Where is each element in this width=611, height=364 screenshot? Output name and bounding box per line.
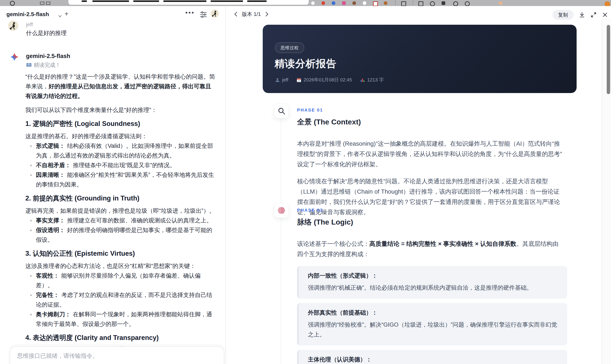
wordcount-meta: 1213 字 bbox=[360, 77, 384, 83]
version-navigator: 版本 1/1 bbox=[233, 11, 269, 18]
list-item: 形式逻辑：结构必须有效（Valid）。比如演绎推理中，如果前提全部为真，那么通过… bbox=[36, 141, 217, 160]
svg-text:17: 17 bbox=[298, 80, 300, 82]
phase-label: PHASE 01 bbox=[297, 105, 572, 115]
app-window: gemini-2.5-flash + ••• bbox=[0, 6, 611, 364]
report-hero-card: 思维过程 精读分析报告 jeff 17 2026年01月08日 02:45 12… bbox=[263, 25, 577, 93]
chevron-down-icon[interactable] bbox=[57, 13, 63, 19]
thinking-process-badge: 思维过程 bbox=[275, 42, 304, 53]
card-title: 主体伦理（认识美德）： bbox=[308, 356, 557, 363]
card-body: 强调推理的“机械正确”。结论必须在给定的规则系统内逻辑自洽，这是推理的硬件基础。 bbox=[308, 283, 557, 293]
date-meta: 17 2026年01月08日 02:45 bbox=[296, 77, 352, 83]
tool-icon[interactable] bbox=[430, 1, 435, 6]
artifact-panel: 版本 1/1 复制 思维过程 精 bbox=[226, 6, 611, 364]
screen: gemini-2.5-flash + ••• bbox=[0, 0, 611, 364]
paragraph: “什么是好的推理？”这是一个涉及逻辑学、认知科学和哲学核心的问题。简单来说，好的… bbox=[25, 72, 217, 101]
card-title: 内部一致性（形式逻辑）： bbox=[308, 272, 557, 279]
scrollbar-track[interactable] bbox=[601, 19, 611, 364]
chat-header: gemini-2.5-flash + ••• bbox=[0, 9, 226, 20]
model-selector[interactable]: gemini-2.5-flash bbox=[6, 11, 49, 18]
section-lead: 这是推理的基石。好的推理必须遵循逻辑法则： bbox=[25, 131, 217, 141]
bullet-list: 形式逻辑：结构必须有效（Valid）。比如演绎推理中，如果前提全部为真，那么通过… bbox=[25, 141, 217, 190]
more-options-icon[interactable]: ••• bbox=[185, 9, 195, 16]
list-item: 因果清晰：能准确区分“相关性”和“因果关系”，不会轻率地将先后发生的事情归为因果… bbox=[36, 170, 217, 190]
extension-icon[interactable] bbox=[321, 1, 325, 5]
author-meta: jeff bbox=[275, 77, 288, 83]
new-chat-button[interactable]: + bbox=[65, 10, 68, 18]
tab-groups-icon[interactable] bbox=[40, 2, 44, 5]
assistant-message-body: “什么是好的推理？”这是一个涉及逻辑学、认知科学和哲学核心的问题。简单来说，好的… bbox=[25, 72, 217, 364]
extension-icon[interactable] bbox=[605, 1, 610, 6]
report-title: 精读分析报告 bbox=[275, 57, 336, 70]
artifact-toolbar: 版本 1/1 复制 bbox=[226, 9, 611, 21]
section-lead: 这涉及推理者的心态和方法论，也是区分“杠精”和“思想家”的关键： bbox=[25, 261, 217, 271]
url-fragment bbox=[163, 0, 206, 2]
book-icon bbox=[26, 63, 32, 68]
next-version-icon[interactable] bbox=[264, 11, 269, 17]
profile-avatar[interactable] bbox=[499, 1, 503, 5]
reload-icon[interactable] bbox=[10, 1, 15, 6]
tool-icon[interactable] bbox=[442, 1, 445, 5]
chat-input[interactable] bbox=[16, 351, 211, 363]
logic-card: 内部一致性（形式逻辑）： 强调推理的“机械正确”。结论必须在给定的规则系统内逻辑… bbox=[297, 266, 567, 299]
gemini-star-icon bbox=[10, 52, 19, 62]
card-title: 外部真实性（前提基础）： bbox=[308, 309, 557, 316]
tab-groups-icon[interactable] bbox=[46, 2, 50, 5]
logic-card: 主体伦理（认识美德）： 转向推理者的心理特征。引入奥卡姆剃刀和反向论证，旨在克服… bbox=[297, 350, 567, 364]
bullet-list: 事实支撑：推理建立在可靠的数据、准确的观测或公认的真理之上。 假设透明：好的推理… bbox=[25, 216, 217, 245]
tool-icon[interactable] bbox=[453, 1, 458, 6]
scrollbar-thumb[interactable] bbox=[607, 25, 610, 94]
tune-settings-icon[interactable] bbox=[199, 11, 207, 18]
phase-title: 脉络 (The Logic) bbox=[297, 217, 572, 227]
assistant-name: gemini-2.5-flash bbox=[26, 53, 70, 60]
url-fragment bbox=[133, 0, 159, 2]
user-name: jeff bbox=[26, 22, 33, 27]
url-fragment bbox=[247, 0, 266, 2]
list-item: 事实支撑：推理建立在可靠的数据、准确的观测或公认的真理之上。 bbox=[36, 216, 217, 225]
version-label: 版本 1/1 bbox=[242, 11, 261, 18]
extension-icon[interactable] bbox=[363, 1, 366, 5]
section-heading: 4. 表达的透明度 (Clarity and Transparency) bbox=[25, 334, 217, 342]
browser-toolbar bbox=[0, 0, 611, 6]
bar-chart-icon bbox=[360, 78, 365, 82]
url-fragment bbox=[82, 0, 87, 2]
extension-icon[interactable] bbox=[384, 1, 387, 5]
chat-panel: gemini-2.5-flash + ••• bbox=[0, 6, 226, 364]
tool-icon[interactable] bbox=[465, 1, 470, 6]
toolbar-separator bbox=[395, 0, 396, 5]
extension-icon[interactable] bbox=[373, 1, 378, 6]
close-icon[interactable] bbox=[602, 12, 608, 18]
list-item: 奥卡姆剃刀：在解释同一个现象时，如果两种推理都能站得住脚，通常倾向于最简单、假设… bbox=[36, 310, 217, 329]
copy-button[interactable]: 复制 bbox=[553, 10, 574, 20]
phase-paragraph: 该论述基于一个核心公式：高质量结论 = 结构完整性 × 事实准确性 × 认知自律… bbox=[297, 239, 564, 259]
url-fragment bbox=[93, 0, 129, 2]
phase-timeline bbox=[281, 118, 281, 364]
composer: + bbox=[10, 346, 224, 364]
phase-paragraph: 本内容是对“推理 (Reasoning)”这一抽象概念的高层建模。在知识爆炸与人… bbox=[297, 139, 564, 169]
phase-label: PHASE 02 bbox=[297, 205, 572, 215]
section-lead: 逻辑再完美，如果前提是错误的，推理也是垃圾（即“垃圾进，垃圾出”）。 bbox=[25, 206, 217, 216]
user-avatar[interactable] bbox=[211, 10, 219, 18]
toolbar-separator bbox=[413, 0, 413, 5]
person-icon bbox=[275, 78, 280, 82]
tool-icon[interactable] bbox=[418, 1, 423, 6]
tool-icon[interactable] bbox=[401, 1, 406, 6]
magnifier-icon bbox=[274, 104, 289, 118]
phase-2-section: PHASE 02 脉络 (The Logic) 该论述基于一个核心公式：高质量结… bbox=[297, 205, 572, 364]
bullet-list: 客观性：能够识别并尽量排除个人偏见（如幸存者偏差、确认偏差）。 完备性：考虑了对… bbox=[25, 271, 217, 329]
list-item: 完备性：考虑了对立的观点和潜在的反证，而不是只选择支持自己结论的证据。 bbox=[36, 290, 217, 310]
extension-icon[interactable] bbox=[332, 1, 335, 5]
list-item: 客观性：能够识别并尽量排除个人偏见（如幸存者偏差、确认偏差）。 bbox=[36, 271, 217, 290]
download-icon[interactable] bbox=[579, 12, 585, 18]
phase-title: 全景 (The Context) bbox=[297, 117, 572, 127]
extension-icon[interactable] bbox=[352, 1, 356, 5]
extension-icon[interactable] bbox=[342, 1, 346, 5]
user-message: 什么是好的推理 bbox=[26, 29, 67, 37]
extension-icon[interactable] bbox=[311, 1, 315, 5]
user-avatar bbox=[8, 21, 18, 31]
prev-version-icon[interactable] bbox=[233, 11, 239, 17]
section-heading: 1. 逻辑的严密性 (Logical Soundness) bbox=[25, 120, 217, 128]
fullscreen-icon[interactable] bbox=[590, 12, 597, 18]
section-heading: 3. 认知的公正性 (Epistemic Virtues) bbox=[25, 249, 217, 258]
logic-card: 外部真实性（前提基础）： 强调推理的“经验校准”。解决“GIGO（垃圾进，垃圾出… bbox=[297, 303, 567, 346]
card-body: 强调推理的“经验校准”。解决“GIGO（垃圾进，垃圾出）”问题，确保推理引擎运行… bbox=[308, 320, 557, 339]
